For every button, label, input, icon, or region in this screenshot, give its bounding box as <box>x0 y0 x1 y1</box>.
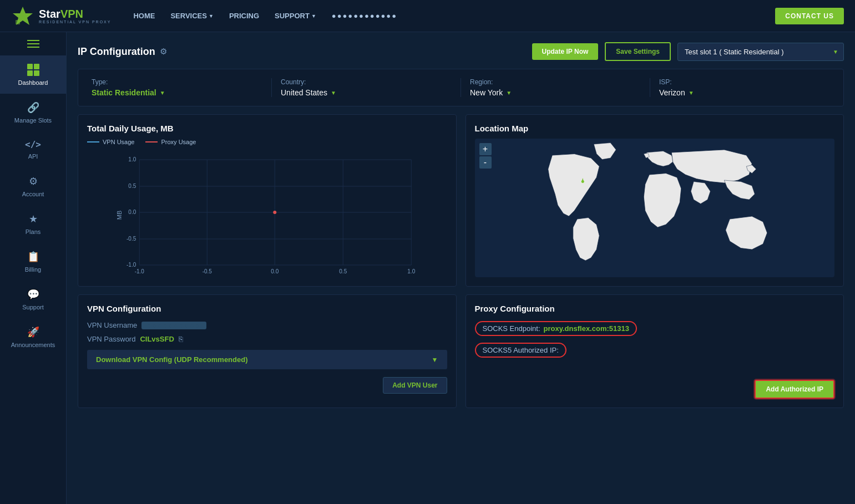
ip-config-header: IP Configuration ⚙ Update IP Now Save Se… <box>78 42 844 61</box>
sidebar-item-account[interactable]: ⚙ Account <box>0 167 66 205</box>
region-value: New York <box>470 88 503 97</box>
sidebar-item-plans[interactable]: ★ Plans <box>0 205 66 243</box>
type-value: Static Residential <box>92 88 156 97</box>
billing-label: Billing <box>25 266 41 273</box>
chart-legend: VPN Usage Proxy Usage <box>87 139 447 145</box>
nav-user-masked: ●●●●●●●●●●●● <box>332 12 397 20</box>
country-label: Country: <box>281 78 452 86</box>
update-ip-button[interactable]: Update IP Now <box>532 43 599 60</box>
svg-text:0.5: 0.5 <box>128 183 136 189</box>
logo[interactable]: StarVPN RESIDENTIAL VPN PROXY <box>11 4 111 28</box>
nav-support[interactable]: SUPPORT▼ <box>275 12 316 20</box>
hamburger-icon <box>27 40 39 48</box>
country-field: Country: United States ▼ <box>281 78 461 97</box>
sidebar-item-billing[interactable]: 📋 Billing <box>0 243 66 281</box>
vpn-password-row: VPN Password CILvsSFD ⎘ <box>87 335 447 343</box>
vpn-password-label: VPN Password <box>87 335 135 343</box>
region-label: Region: <box>470 78 641 86</box>
announcements-label: Announcements <box>11 342 55 348</box>
manage-slots-icon: 🔗 <box>27 101 39 114</box>
country-caret-icon[interactable]: ▼ <box>331 90 336 96</box>
add-authorized-ip-button[interactable]: Add Authorized IP <box>755 380 834 399</box>
map-card: Location Map + - <box>466 114 844 287</box>
logo-main-text: StarVPN <box>39 8 111 20</box>
map-zoom-in-button[interactable]: + <box>479 143 492 155</box>
sidebar-item-api[interactable]: </> API <box>0 131 66 167</box>
type-label: Type: <box>92 78 262 86</box>
account-icon: ⚙ <box>29 175 38 187</box>
billing-icon: 📋 <box>27 251 39 263</box>
svg-text:0.0: 0.0 <box>271 268 279 274</box>
plans-label: Plans <box>26 228 41 235</box>
topnav: StarVPN RESIDENTIAL VPN PROXY HOME SERVI… <box>0 0 855 32</box>
svg-text:-1.0: -1.0 <box>127 262 136 268</box>
slot-select-wrapper: Test slot 1 ( Static Residential ) ▼ <box>677 43 844 61</box>
nav-links: HOME SERVICES▼ PRICING SUPPORT▼ ●●●●●●●●… <box>133 12 775 20</box>
world-map-svg <box>475 139 835 277</box>
socks-value: proxy.dnsflex.com:51313 <box>544 324 629 333</box>
socks5-label: SOCKS5 Authorized IP: <box>483 346 559 354</box>
account-label: Account <box>22 191 44 197</box>
download-vpn-label: Download VPN Config (UDP Recommended) <box>96 355 248 364</box>
dashboard-icon <box>27 64 39 76</box>
map-container: + - <box>475 139 835 277</box>
add-vpn-user-wrap: Add VPN User <box>87 377 447 394</box>
svg-text:-0.5: -0.5 <box>127 236 136 242</box>
svg-point-23 <box>273 211 276 214</box>
map-title: Location Map <box>475 124 835 133</box>
add-vpn-user-button[interactable]: Add VPN User <box>383 377 447 394</box>
vpn-config-title: VPN Configuration <box>87 304 447 313</box>
isp-value: Verizon <box>659 88 685 97</box>
main-content: IP Configuration ⚙ Update IP Now Save Se… <box>67 32 855 504</box>
region-caret-icon[interactable]: ▼ <box>506 90 512 96</box>
svg-text:0.0: 0.0 <box>128 209 136 215</box>
chart-title: Total Daily Usage, MB <box>87 124 447 133</box>
vpn-password-value: CILvsSFD <box>140 335 174 343</box>
support-label: Support <box>22 304 44 310</box>
nav-pricing[interactable]: PRICING <box>229 12 259 20</box>
sidebar-item-manage-slots[interactable]: 🔗 Manage Slots <box>0 94 66 131</box>
contact-us-button[interactable]: CONTACT US <box>775 8 844 24</box>
sidebar-item-announcements[interactable]: 🚀 Announcements <box>0 318 66 356</box>
logo-icon <box>11 4 34 28</box>
vpn-username-value: ●●●●●●●●●● <box>141 322 206 329</box>
isp-caret-icon[interactable]: ▼ <box>689 90 694 96</box>
sidebar: Dashboard 🔗 Manage Slots </> API ⚙ Accou… <box>0 32 67 504</box>
manage-slots-label: Manage Slots <box>14 117 52 124</box>
proxy-config-title: Proxy Configuration <box>475 304 835 313</box>
type-caret-icon[interactable]: ▼ <box>160 90 165 96</box>
save-settings-button[interactable]: Save Settings <box>605 42 671 61</box>
vpn-config-card: VPN Configuration VPN Username ●●●●●●●●●… <box>78 294 457 408</box>
svg-text:-1.0: -1.0 <box>135 268 145 274</box>
vpn-username-label: VPN Username <box>87 321 137 329</box>
api-label: API <box>28 153 38 160</box>
usage-chart: MB 1.0 0.5 0.0 -0 <box>87 149 447 276</box>
svg-text:MB: MB <box>116 211 123 220</box>
map-zoom-controls: + - <box>479 143 492 169</box>
socks-endpoint-row: SOCKS Endpoint: proxy.dnsflex.com:51313 <box>475 321 835 336</box>
region-field: Region: New York ▼ <box>470 78 650 97</box>
sidebar-hamburger[interactable] <box>0 32 66 56</box>
socks5-auth-row: SOCKS5 Authorized IP: <box>475 342 835 358</box>
dashboard-label: Dashboard <box>18 79 48 86</box>
svg-text:-0.5: -0.5 <box>203 268 213 274</box>
isp-field: ISP: Verizon ▼ <box>659 78 830 97</box>
nav-services[interactable]: SERVICES▼ <box>170 12 213 20</box>
support-icon: 💬 <box>27 288 39 301</box>
slot-select[interactable]: Test slot 1 ( Static Residential ) <box>677 43 844 61</box>
svg-text:0.5: 0.5 <box>339 268 347 274</box>
nav-home[interactable]: HOME <box>133 12 155 20</box>
download-vpn-config[interactable]: Download VPN Config (UDP Recommended) ▼ <box>87 350 447 369</box>
copy-password-icon[interactable]: ⎘ <box>179 335 183 343</box>
logo-sub-text: RESIDENTIAL VPN PROXY <box>39 20 111 24</box>
download-caret-icon: ▼ <box>432 356 438 364</box>
sidebar-item-support[interactable]: 💬 Support <box>0 281 66 318</box>
gear-icon[interactable]: ⚙ <box>160 47 167 57</box>
map-zoom-out-button[interactable]: - <box>479 156 492 169</box>
svg-text:1.0: 1.0 <box>407 268 415 274</box>
api-icon: </> <box>25 139 41 150</box>
sidebar-item-dashboard[interactable]: Dashboard <box>0 56 66 94</box>
socks-label: SOCKS Endpoint: <box>483 324 540 333</box>
vpn-username-row: VPN Username ●●●●●●●●●● <box>87 321 447 329</box>
announcements-icon: 🚀 <box>27 326 39 338</box>
